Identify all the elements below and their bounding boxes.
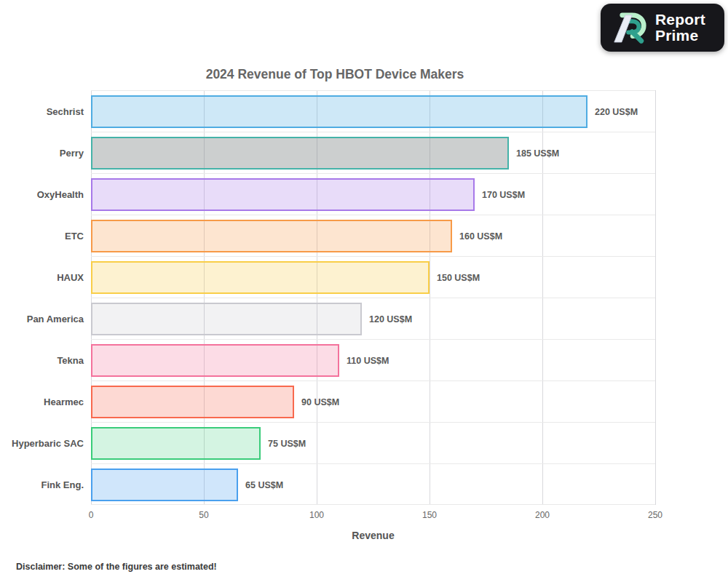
bar-row: ETC 160 US$M [91, 215, 655, 256]
revenue-bar[interactable] [91, 427, 261, 460]
bar-value-label: 185 US$M [516, 132, 559, 174]
category-label: Tekna [4, 340, 84, 381]
revenue-bar[interactable] [91, 137, 509, 170]
plot-area: Sechrist 220 US$M Perry 185 US$M OxyHeal… [91, 90, 655, 505]
bar-value-label: 75 US$M [268, 423, 306, 464]
bar-value-label: 150 US$M [437, 257, 480, 298]
revenue-bar[interactable] [91, 220, 452, 252]
category-label: Pan America [4, 298, 84, 340]
bar-value-label: 65 US$M [245, 464, 283, 506]
x-tick-label: 50 [182, 510, 226, 520]
category-label: OxyHealth [4, 174, 84, 215]
revenue-bar[interactable] [91, 95, 587, 128]
revenue-bar[interactable] [91, 469, 238, 501]
bar-row: Pan America 120 US$M [91, 298, 655, 339]
category-label: Fink Eng. [4, 464, 84, 506]
report-prime-logo: Report Prime [601, 4, 724, 52]
bar-row: HAUX 150 US$M [91, 256, 655, 298]
x-tick-label: 250 [633, 510, 677, 520]
x-tick-label: 150 [408, 510, 451, 520]
bar-value-label: 90 US$M [301, 381, 339, 423]
report-prime-r-icon [609, 7, 649, 49]
revenue-bar[interactable] [91, 303, 362, 335]
category-label: Hearmec [4, 381, 84, 423]
logo-line-report: Report [655, 12, 705, 28]
chart-title: 2024 Revenue of Top HBOT Device Makers [0, 67, 670, 82]
bar-row: Sechrist 220 US$M [91, 90, 655, 132]
x-tick-label: 200 [521, 510, 564, 520]
disclaimer-text: Disclaimer: Some of the figures are esti… [16, 562, 217, 572]
x-axis-label: Revenue [91, 530, 655, 541]
revenue-bar[interactable] [91, 344, 339, 377]
revenue-bar[interactable] [91, 261, 430, 294]
category-label: ETC [4, 215, 84, 257]
bar-row: OxyHealth 170 US$M [91, 173, 655, 215]
bar-value-label: 220 US$M [595, 91, 638, 132]
logo-wordmark: Report Prime [655, 12, 705, 44]
bar-row: Fink Eng. 65 US$M [91, 463, 655, 505]
logo-line-prime: Prime [655, 28, 705, 44]
bar-value-label: 110 US$M [347, 340, 389, 381]
category-label: Hyperbaric SAC [4, 423, 84, 464]
category-label: HAUX [4, 257, 84, 298]
category-label: Perry [4, 132, 84, 174]
bar-row: Tekna 110 US$M [91, 339, 655, 380]
category-label: Sechrist [4, 91, 84, 132]
gridline [655, 90, 656, 505]
revenue-bar[interactable] [91, 178, 475, 211]
bar-value-label: 170 US$M [482, 174, 525, 215]
x-tick-label: 100 [295, 510, 339, 520]
bar-value-label: 160 US$M [459, 215, 502, 257]
bar-value-label: 120 US$M [369, 298, 412, 340]
bar-row: Hyperbaric SAC 75 US$M [91, 422, 655, 463]
bar-row: Hearmec 90 US$M [91, 380, 655, 422]
revenue-bar[interactable] [91, 386, 294, 418]
bar-row: Perry 185 US$M [91, 132, 655, 173]
x-tick-label: 0 [69, 510, 113, 520]
